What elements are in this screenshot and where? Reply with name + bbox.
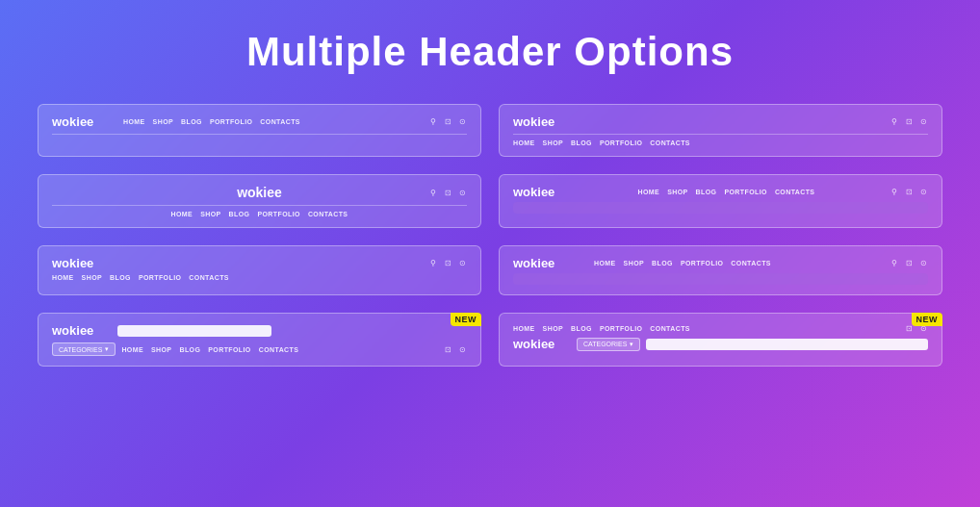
- user-icon-7[interactable]: ⊙: [457, 344, 467, 354]
- nav-contacts-2[interactable]: CONTACTS: [308, 211, 348, 217]
- icons-right-6: ⚲ ⊡ ⊙: [890, 259, 928, 268]
- user-icon-2[interactable]: ⊙: [457, 188, 467, 197]
- nav-contacts-6[interactable]: CONTACTS: [731, 260, 771, 266]
- nav-links-2: HOME SHOP BLOG PORTFOLIO CONTACTS: [52, 211, 467, 217]
- header-card-4: wokiee ⚲ ⊡ ⊙ HOME SHOP BLOG PORTFOLIO CO…: [499, 104, 942, 157]
- nav-blog-5[interactable]: BLOG: [696, 189, 717, 195]
- search-icon-3[interactable]: ⚲: [428, 259, 438, 268]
- search-icon-4[interactable]: ⚲: [890, 117, 899, 127]
- divider-4: [513, 134, 928, 135]
- nav-blog-3[interactable]: BLOG: [110, 274, 131, 281]
- nav-shop-6[interactable]: SHOP: [624, 260, 644, 266]
- header-card-1: wokiee HOME SHOP BLOG PORTFOLIO CONTACTS…: [38, 104, 481, 157]
- search-icon-1[interactable]: ⚲: [428, 117, 438, 127]
- nav-contacts-4[interactable]: CONTACTS: [650, 139, 690, 146]
- nav-home-3[interactable]: HOME: [52, 274, 74, 281]
- nav-home-7[interactable]: HOME: [121, 346, 143, 353]
- logo-5: wokiee: [513, 185, 571, 199]
- search-bar-8[interactable]: [646, 339, 928, 350]
- new-badge-8: NEW: [912, 313, 943, 326]
- nav-contacts-1[interactable]: CONTACTS: [260, 118, 300, 125]
- nav-contacts-7[interactable]: CONTACTS: [259, 346, 299, 353]
- nav-portfolio-7[interactable]: PORTFOLIO: [208, 346, 250, 353]
- cart-icon-5[interactable]: ⊡: [904, 188, 914, 197]
- cards-grid: wokiee HOME SHOP BLOG PORTFOLIO CONTACTS…: [38, 104, 942, 367]
- cart-icon-1[interactable]: ⊡: [443, 117, 452, 127]
- user-icon-5[interactable]: ⊙: [918, 188, 928, 197]
- nav-portfolio-4[interactable]: PORTFOLIO: [600, 139, 642, 146]
- nav-home-2[interactable]: HOME: [171, 211, 193, 217]
- nav-contacts-3[interactable]: CONTACTS: [189, 274, 229, 281]
- cart-icon-3[interactable]: ⊡: [443, 259, 452, 268]
- header-card-6: wokiee HOME SHOP BLOG PORTFOLIO CONTACTS…: [499, 245, 942, 295]
- nav-blog-6[interactable]: BLOG: [652, 260, 673, 266]
- nav-portfolio-5[interactable]: PORTFOLIO: [724, 189, 766, 195]
- nav-shop-3[interactable]: SHOP: [82, 274, 102, 281]
- header-card-8: NEW HOME SHOP BLOG PORTFOLIO CONTACTS ⊡ …: [499, 313, 942, 367]
- nav-blog-1[interactable]: BLOG: [181, 118, 202, 125]
- logo-1: wokiee: [52, 114, 110, 129]
- logo-8: wokiee: [513, 337, 571, 351]
- nav-contacts-5[interactable]: CONTACTS: [775, 189, 815, 195]
- cart-icon-4[interactable]: ⊡: [904, 117, 914, 127]
- user-icon-6[interactable]: ⊙: [918, 259, 928, 268]
- nav-shop-8[interactable]: SHOP: [543, 325, 563, 332]
- icons-right-5: ⚲ ⊡ ⊙: [890, 188, 928, 197]
- nav-shop-4[interactable]: SHOP: [543, 139, 563, 146]
- categories-btn-7[interactable]: CATEGORIES: [52, 342, 116, 356]
- nav-blog-7[interactable]: BLOG: [179, 346, 200, 353]
- nav-links-7: HOME SHOP BLOG PORTFOLIO CONTACTS: [121, 346, 298, 353]
- user-icon-3[interactable]: ⊙: [457, 259, 467, 268]
- nav-shop-2[interactable]: SHOP: [200, 211, 220, 217]
- logo-4: wokiee: [513, 114, 571, 129]
- nav-links-3: HOME SHOP BLOG PORTFOLIO CONTACTS: [52, 274, 229, 281]
- cart-icon-6[interactable]: ⊡: [904, 259, 914, 268]
- categories-label-7: CATEGORIES: [59, 346, 102, 353]
- header-card-7: NEW wokiee CATEGORIES HOME SHOP BLOG POR…: [38, 313, 481, 367]
- nav-links-8-top: HOME SHOP BLOG PORTFOLIO CONTACTS: [513, 325, 690, 332]
- nav-portfolio-8[interactable]: PORTFOLIO: [600, 325, 642, 332]
- nav-shop-1[interactable]: SHOP: [153, 118, 173, 125]
- user-icon-1[interactable]: ⊙: [457, 117, 467, 127]
- categories-btn-8[interactable]: CATEGORIES: [577, 338, 640, 351]
- nav-links-6: HOME SHOP BLOG PORTFOLIO CONTACTS: [594, 260, 771, 266]
- nav-blog-4[interactable]: BLOG: [571, 139, 592, 146]
- nav-home-5[interactable]: HOME: [638, 189, 660, 195]
- icons-right-7: ⊡ ⊙: [443, 344, 467, 354]
- icons-right-3: ⚲ ⊡ ⊙: [428, 259, 467, 268]
- nav-blog-2[interactable]: BLOG: [229, 211, 250, 217]
- user-icon-4[interactable]: ⊙: [918, 117, 928, 127]
- nav-links-5: HOME SHOP BLOG PORTFOLIO CONTACTS: [638, 189, 815, 195]
- nav-blog-8[interactable]: BLOG: [571, 325, 592, 332]
- nav-portfolio-2[interactable]: PORTFOLIO: [257, 211, 299, 217]
- icons-right-1: ⚲ ⊡ ⊙: [428, 117, 467, 127]
- nav-links-4: HOME SHOP BLOG PORTFOLIO CONTACTS: [513, 139, 690, 146]
- logo-6: wokiee: [513, 256, 571, 270]
- new-badge-7: NEW: [451, 313, 482, 326]
- divider-1: [52, 134, 467, 135]
- search-icon-5[interactable]: ⚲: [890, 188, 899, 197]
- nav-shop-5[interactable]: SHOP: [667, 189, 687, 195]
- search-bar-7[interactable]: [117, 325, 271, 337]
- search-icon-2[interactable]: ⚲: [428, 188, 438, 197]
- cart-icon-7[interactable]: ⊡: [443, 344, 452, 354]
- logo-2: wokiee: [52, 185, 467, 200]
- nav-portfolio-6[interactable]: PORTFOLIO: [681, 260, 723, 266]
- nav-home-4[interactable]: HOME: [513, 139, 535, 146]
- nav-portfolio-1[interactable]: PORTFOLIO: [210, 118, 252, 125]
- header-card-3: wokiee ⚲ ⊡ ⊙ HOME SHOP BLOG PORTFOLIO CO…: [38, 245, 481, 295]
- nav-home-6[interactable]: HOME: [594, 260, 616, 266]
- header-card-2: wokiee ⚲ ⊡ ⊙ HOME SHOP BLOG PORTFOLIO CO…: [38, 174, 481, 228]
- nav-home-1[interactable]: HOME: [123, 118, 145, 125]
- nav-links-1: HOME SHOP BLOG PORTFOLIO CONTACTS: [123, 118, 300, 125]
- nav-shop-7[interactable]: SHOP: [151, 346, 171, 353]
- cart-icon-2[interactable]: ⊡: [443, 188, 452, 197]
- nav-contacts-8[interactable]: CONTACTS: [650, 325, 690, 332]
- search-icon-6[interactable]: ⚲: [890, 259, 899, 268]
- shaded-bar-6: [513, 273, 928, 285]
- nav-home-8[interactable]: HOME: [513, 325, 535, 332]
- categories-label-8: CATEGORIES: [583, 341, 627, 347]
- nav-portfolio-3[interactable]: PORTFOLIO: [139, 274, 181, 281]
- icons-right-4: ⚲ ⊡ ⊙: [890, 117, 928, 127]
- divider-2: [52, 205, 467, 206]
